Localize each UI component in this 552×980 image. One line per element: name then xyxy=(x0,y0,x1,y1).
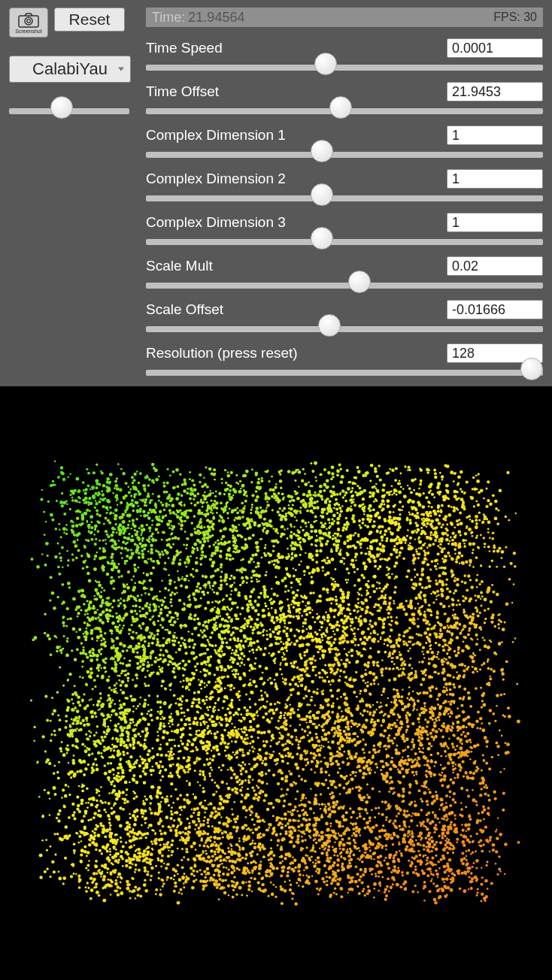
reset-button[interactable]: Reset xyxy=(54,8,125,32)
param-row: Resolution (press reset) xyxy=(146,343,543,382)
visualization-canvas[interactable] xyxy=(0,386,552,980)
camera-icon xyxy=(18,13,39,28)
top-buttons-row: Screenshot Reset xyxy=(9,8,146,38)
right-column: Time: 21.94564 FPS: 30 Time SpeedTime Of… xyxy=(146,8,543,386)
param-slider-wrap xyxy=(146,320,543,338)
param-slider-wrap xyxy=(146,146,543,164)
param-slider[interactable] xyxy=(146,195,543,201)
param-row: Scale Mult xyxy=(146,256,543,295)
preset-dropdown[interactable]: CalabiYau xyxy=(9,56,131,83)
param-slider[interactable] xyxy=(146,283,543,289)
param-slider-wrap xyxy=(146,364,543,382)
param-input[interactable] xyxy=(447,38,543,58)
param-input[interactable] xyxy=(447,82,543,101)
param-input[interactable] xyxy=(447,169,543,189)
left-column: Screenshot Reset CalabiYau xyxy=(9,8,146,386)
param-label: Resolution (press reset) xyxy=(146,345,298,361)
param-slider[interactable] xyxy=(146,152,543,158)
param-row: Time Offset xyxy=(146,81,543,120)
param-input[interactable] xyxy=(447,126,543,145)
param-input[interactable] xyxy=(447,213,543,232)
param-slider-wrap xyxy=(146,102,543,120)
param-row: Complex Dimension 2 xyxy=(146,168,543,207)
param-label: Scale Mult xyxy=(146,258,213,274)
param-input[interactable] xyxy=(447,256,543,276)
param-slider-wrap xyxy=(146,189,543,207)
param-slider[interactable] xyxy=(146,65,543,71)
param-slider-wrap xyxy=(146,59,543,77)
param-label: Scale Offset xyxy=(146,301,223,318)
param-slider[interactable] xyxy=(146,326,543,332)
time-label: Time: xyxy=(152,10,185,26)
screenshot-caption: Screenshot xyxy=(15,29,41,34)
screenshot-button[interactable]: Screenshot xyxy=(9,8,48,38)
param-row: Time Speed xyxy=(146,38,543,77)
param-head: Scale Mult xyxy=(146,256,543,277)
param-row: Complex Dimension 1 xyxy=(146,125,543,164)
param-label: Complex Dimension 2 xyxy=(146,171,286,187)
param-slider-wrap xyxy=(146,277,543,295)
param-head: Resolution (press reset) xyxy=(146,343,543,364)
param-label: Time Speed xyxy=(146,40,223,56)
param-head: Complex Dimension 3 xyxy=(146,212,543,233)
param-slider-wrap xyxy=(146,233,543,251)
param-slider[interactable] xyxy=(146,370,543,376)
param-head: Time Speed xyxy=(146,38,543,59)
param-label: Complex Dimension 3 xyxy=(146,214,286,231)
param-slider[interactable] xyxy=(146,239,543,245)
param-label: Time Offset xyxy=(146,83,219,100)
svg-point-2 xyxy=(27,20,31,23)
param-slider[interactable] xyxy=(146,108,543,114)
params-container: Time SpeedTime OffsetComplex Dimension 1… xyxy=(146,38,543,386)
param-head: Scale Offset xyxy=(146,299,543,320)
param-row: Scale Offset xyxy=(146,299,543,338)
param-head: Complex Dimension 2 xyxy=(146,168,543,189)
time-bar: Time: 21.94564 FPS: 30 xyxy=(146,8,543,27)
time-value: 21.94564 xyxy=(188,10,244,26)
preset-dropdown-label: CalabiYau xyxy=(32,59,108,79)
param-row: Complex Dimension 3 xyxy=(146,212,543,251)
control-panel: Screenshot Reset CalabiYau Time: 21.9456… xyxy=(0,0,552,386)
svg-point-1 xyxy=(25,17,32,25)
param-head: Complex Dimension 1 xyxy=(146,125,543,146)
param-input[interactable] xyxy=(447,300,543,319)
fps-label: FPS: 30 xyxy=(493,11,537,24)
left-opacity-slider[interactable] xyxy=(9,108,129,114)
param-label: Complex Dimension 1 xyxy=(146,127,286,144)
left-slider-wrap xyxy=(9,104,129,128)
chevron-down-icon xyxy=(118,68,124,71)
